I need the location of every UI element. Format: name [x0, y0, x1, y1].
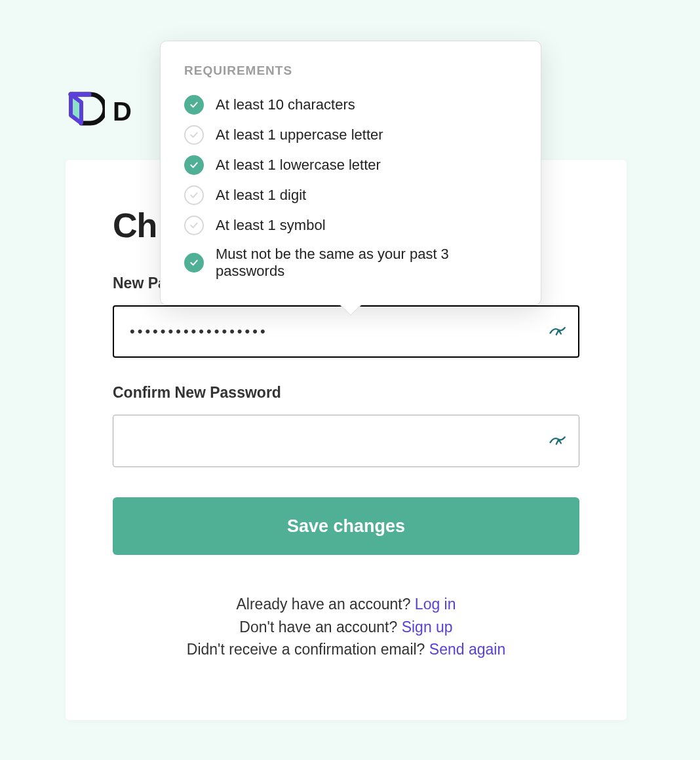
requirements-heading: REQUIREMENTS	[184, 64, 517, 78]
have-account-text: Already have an account?	[236, 596, 414, 613]
requirement-item: Must not be the same as your past 3 pass…	[184, 240, 517, 285]
resend-link[interactable]: Send again	[429, 641, 505, 658]
confirm-password-input-wrap	[113, 415, 579, 467]
signup-link[interactable]: Sign up	[402, 618, 453, 636]
requirement-label: At least 1 uppercase letter	[216, 126, 383, 143]
check-met-icon	[184, 155, 204, 175]
new-password-input-wrap	[113, 305, 579, 358]
confirm-password-input[interactable]	[113, 415, 579, 467]
brand-name: D	[113, 97, 131, 126]
password-requirements-tooltip: REQUIREMENTS At least 10 charactersAt le…	[160, 41, 541, 305]
new-password-input[interactable]	[113, 305, 579, 358]
check-met-icon	[184, 253, 204, 273]
requirement-label: At least 1 lowercase letter	[216, 157, 381, 174]
check-unmet-icon	[184, 216, 204, 235]
requirement-item: At least 1 symbol	[184, 210, 517, 240]
requirement-item: At least 1 digit	[184, 180, 517, 210]
logo-mark-icon	[66, 92, 105, 131]
password-manager-icon[interactable]	[548, 432, 566, 450]
requirements-list: At least 10 charactersAt least 1 upperca…	[184, 90, 517, 285]
auth-links: Already have an account? Log in Don't ha…	[113, 593, 579, 661]
requirement-label: At least 1 digit	[216, 187, 306, 204]
check-met-icon	[184, 95, 204, 115]
confirm-password-label: Confirm New Password	[113, 384, 579, 402]
requirement-label: Must not be the same as your past 3 pass…	[216, 246, 517, 280]
requirement-item: At least 1 lowercase letter	[184, 150, 517, 180]
requirement-item: At least 1 uppercase letter	[184, 120, 517, 150]
brand-logo: D	[66, 92, 131, 131]
check-unmet-icon	[184, 185, 204, 205]
requirement-label: At least 10 characters	[216, 96, 355, 113]
password-manager-icon[interactable]	[548, 322, 566, 341]
requirement-item: At least 10 characters	[184, 90, 517, 120]
no-email-text: Didn't receive a confirmation email?	[187, 641, 429, 658]
no-account-text: Don't have an account?	[239, 618, 401, 636]
requirement-label: At least 1 symbol	[216, 217, 326, 234]
login-link[interactable]: Log in	[415, 596, 456, 613]
check-unmet-icon	[184, 125, 204, 145]
save-changes-button[interactable]: Save changes	[113, 497, 579, 555]
